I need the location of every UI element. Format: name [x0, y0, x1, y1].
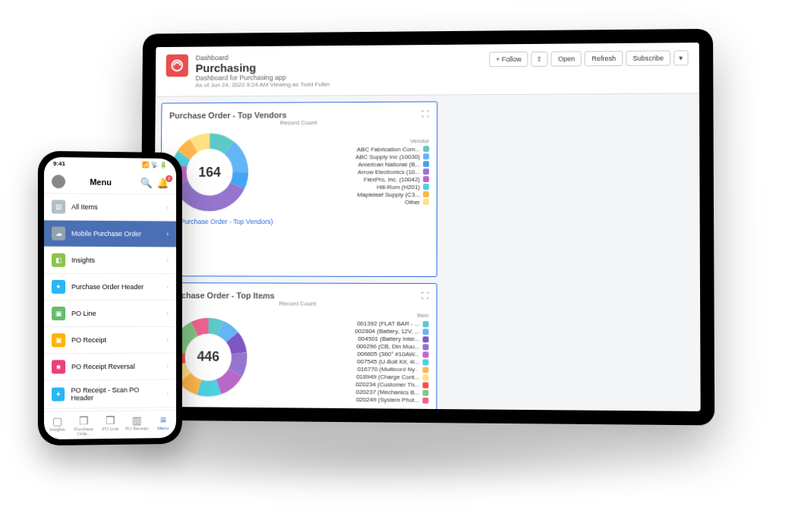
search-icon[interactable]: 🔍 [140, 177, 153, 188]
chevron-right-icon: › [166, 389, 169, 397]
menu-item-label: PO Receipt [71, 336, 106, 344]
menu-item[interactable]: ▣PO Receipt› [44, 327, 176, 354]
legend-item: 004501 (Battery Inter... [257, 335, 428, 342]
tab-label: Menu [157, 426, 169, 430]
legend-item: 020237 (Mechanics B... [257, 388, 429, 396]
chevron-right-icon: › [166, 283, 169, 291]
tab-label: Purchase Orde... [74, 427, 93, 436]
menu-item-label: Mobile Purchase Order [71, 230, 141, 238]
phone-screen: 9:41 📶 📡 🔋 Menu 🔍 🔔2 ▤All Items›☁Mobile … [44, 157, 176, 439]
bell-icon[interactable]: 🔔2 [156, 177, 169, 188]
tab-item[interactable]: ❒Purchase Orde... [71, 414, 97, 436]
tab-label: PO Receipt [125, 426, 148, 430]
status-bar: 9:41 📶 📡 🔋 [44, 157, 176, 172]
app-logo-icon [166, 55, 188, 77]
vendors-legend: Vendor ABC Fabrication Com...ABC Supply … [257, 137, 429, 206]
menu-item-label: Purchase Order Header [71, 283, 144, 291]
items-report-link[interactable]: View Report (Purchase Order - Top Items) [167, 407, 292, 411]
menu-item-icon: ▤ [52, 200, 65, 213]
menu-item-icon: ✦ [52, 387, 65, 401]
tab-item[interactable]: ▥PO Receipt [124, 414, 150, 435]
menu-list: ▤All Items›☁Mobile Purchase Order›◧Insig… [44, 194, 176, 411]
menu-item-label: All Items [71, 203, 97, 211]
menu-item-icon: ▣ [52, 307, 65, 320]
vendors-report-link[interactable]: ort (Purchase Order - Top Vendors) [169, 218, 273, 225]
menu-item[interactable]: ✦PO Receipt - Scan PO Header› [44, 379, 176, 409]
legend-item: 020234 (Customer Th... [257, 380, 429, 389]
top-vendors-card: Purchase Order - Top Vendors ⛶ Record Co… [160, 101, 438, 277]
page-meta: As of Jun 24, 2022 8:24 AM Viewing as To… [195, 80, 481, 88]
menu-item-icon: ☁ [52, 226, 65, 240]
top-items-card: Purchase Order - Top Items ⛶ Record Coun… [159, 282, 437, 411]
legend-item: 007545 (U-Bolt Kit, 4i... [257, 357, 428, 365]
chevron-right-icon: › [166, 204, 169, 212]
menu-item[interactable]: ▤All Items› [44, 194, 176, 221]
open-button[interactable]: Open [551, 51, 582, 66]
legend-item: 018949 (Charge Cont... [257, 373, 429, 381]
menu-item-icon: ◧ [52, 253, 65, 267]
menu-item[interactable]: ■PO Receipt Reversal› [44, 354, 176, 381]
phone-frame: 9:41 📶 📡 🔋 Menu 🔍 🔔2 ▤All Items›☁Mobile … [38, 151, 182, 446]
tab-item[interactable]: ≡Menu [150, 414, 176, 435]
dashboard-header: Dashboard Purchasing Dashboard for Purch… [156, 42, 699, 97]
legend-item: Other [257, 199, 429, 206]
legend-item: 002804 (Battery, 12V, ... [257, 327, 428, 335]
refresh-button[interactable]: Refresh [585, 51, 623, 66]
tab-icon: ❒ [97, 414, 124, 427]
menu-item[interactable]: ▣PO Line› [44, 301, 176, 327]
legend-item: 006296 (CB, Din Mou... [257, 342, 428, 350]
status-time: 9:41 [53, 160, 65, 167]
expand-icon[interactable]: ⛶ [421, 109, 429, 118]
notification-badge: 2 [166, 175, 172, 181]
legend-item: 020249 (System Phot... [257, 395, 429, 404]
legend-item: American National (B... [258, 161, 429, 168]
legend-item: 006805 (360° #10AW... [257, 350, 428, 357]
legend-item: 016770 (Multicord Ny... [257, 365, 429, 373]
tab-item[interactable]: ▢Insights [44, 415, 71, 437]
tab-icon: ❒ [71, 414, 97, 427]
more-dropdown-button[interactable]: ▾ [673, 50, 688, 65]
phone-header: Menu 🔍 🔔2 [44, 170, 176, 195]
record-count-label: Record Count [169, 118, 429, 127]
status-icons: 📶 📡 🔋 [141, 162, 167, 168]
share-icon-button[interactable]: ⇪ [531, 52, 548, 67]
record-count-label: Record Count [168, 300, 429, 307]
menu-item[interactable]: ☁Mobile Purchase Order› [44, 220, 176, 247]
laptop-screen: Dashboard Purchasing Dashboard for Purch… [153, 42, 700, 411]
tab-icon: ≡ [150, 414, 176, 426]
menu-item[interactable]: ◧Insights› [44, 247, 176, 275]
menu-item-label: PO Line [71, 310, 96, 317]
legend-item: ABC Supply Inc (10030) [258, 153, 429, 161]
expand-icon[interactable]: ⛶ [421, 291, 429, 300]
menu-item-label: PO Receipt - Scan PO Header [71, 386, 161, 401]
tab-icon: ▥ [124, 414, 150, 426]
legend-item: Arrow Electronics (10... [258, 168, 430, 176]
menu-item[interactable]: ✦Purchase Order Header› [44, 274, 176, 301]
chevron-right-icon: › [166, 363, 169, 370]
menu-item-label: Insights [71, 257, 95, 264]
chevron-right-icon: › [166, 257, 169, 264]
chevron-right-icon: › [166, 310, 169, 317]
phone-title: Menu [65, 177, 136, 187]
legend-item: ABC Fabrication Com... [258, 146, 429, 153]
avatar-icon[interactable] [52, 175, 65, 188]
follow-button[interactable]: + Follow [489, 52, 528, 67]
legend-item: Hill-Rom (H201) [258, 184, 430, 190]
tab-bar: ▢Insights❒Purchase Orde...❒PO Line▥PO Re… [44, 410, 176, 439]
chevron-right-icon: › [166, 230, 169, 238]
tab-label: Insights [49, 427, 65, 432]
card-title: Purchase Order - Top Items [168, 291, 429, 301]
items-legend: Item 001392 (FLAT BAR - ...002804 (Batte… [257, 311, 429, 405]
menu-item-icon: ✦ [52, 280, 65, 294]
legend-item: Mapleleaf Supply (C3... [257, 191, 429, 198]
legend-item: 001392 (FLAT BAR - ... [257, 320, 428, 327]
tab-item[interactable]: ❒PO Line [97, 414, 124, 436]
legend-item: FlexPro, Inc. (10042) [258, 176, 430, 183]
subscribe-button[interactable]: Subscribe [626, 50, 670, 65]
tab-label: PO Line [103, 427, 119, 431]
menu-item-icon: ▣ [52, 333, 65, 347]
tab-icon: ▢ [44, 415, 71, 427]
menu-item-icon: ■ [52, 360, 65, 373]
menu-item-label: PO Receipt Reversal [71, 363, 135, 371]
chevron-right-icon: › [166, 336, 169, 344]
